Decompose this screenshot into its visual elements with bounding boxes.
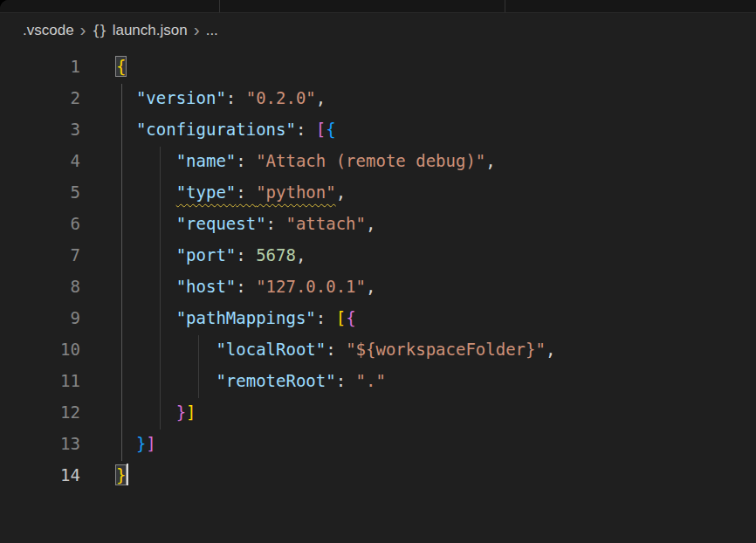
breadcrumb: .vscode › {} launch.json › ...: [0, 13, 756, 48]
code-token: [: [336, 308, 346, 327]
code-token: ,: [546, 340, 555, 359]
code-lines: { "version": "0.2.0", "configurations": …: [116, 51, 756, 491]
line-number[interactable]: 1: [0, 51, 80, 82]
code-token: "configurations": [136, 120, 296, 139]
line-number[interactable]: 10: [0, 333, 80, 365]
code-line[interactable]: "remoteRoot": ".": [116, 365, 756, 396]
code-token: :: [336, 371, 356, 390]
code-token: ]: [146, 434, 155, 453]
code-token: "version": [136, 88, 226, 107]
chevron-right-icon: ›: [194, 20, 200, 41]
indent-whitespace: [116, 182, 176, 202]
line-number[interactable]: 12: [0, 396, 80, 428]
code-token: }: [116, 465, 126, 485]
code-token: "type": [176, 182, 237, 202]
indent-whitespace: [116, 245, 176, 265]
code-token: ,: [336, 182, 346, 202]
code-token: "Attach (remote debug)": [256, 151, 485, 170]
line-number[interactable]: 2: [0, 82, 80, 113]
code-line[interactable]: }]: [116, 428, 756, 459]
code-token: "localRoot": [216, 340, 326, 359]
indent-whitespace: [116, 434, 136, 453]
indent-whitespace: [116, 402, 176, 422]
breadcrumb-folder[interactable]: .vscode: [23, 22, 74, 39]
code-token: ,: [296, 245, 306, 265]
code-line[interactable]: "version": "0.2.0",: [116, 82, 756, 113]
line-number[interactable]: 14: [0, 459, 80, 491]
code-token: ,: [485, 151, 495, 170]
code-token: "attach": [285, 214, 366, 233]
code-area[interactable]: { "version": "0.2.0", "configurations": …: [80, 51, 756, 543]
code-token: :: [236, 277, 256, 296]
code-token: [: [316, 120, 326, 139]
code-token: {: [326, 120, 335, 139]
text-cursor: [127, 464, 128, 485]
indent-whitespace: [116, 151, 176, 170]
indent-whitespace: [116, 308, 176, 327]
breadcrumb-more[interactable]: ...: [206, 22, 218, 39]
indent-whitespace: [116, 88, 136, 107]
code-token: "remoteRoot": [216, 371, 335, 390]
indent-whitespace: [116, 371, 216, 390]
code-line[interactable]: "type": "python",: [116, 176, 756, 208]
line-number[interactable]: 9: [0, 302, 80, 333]
code-token: :: [236, 245, 256, 265]
line-number[interactable]: 8: [0, 271, 80, 302]
code-token: "pathMappings": [176, 308, 316, 327]
gutter[interactable]: 1234567891011121314: [0, 51, 80, 543]
code-token: :: [236, 151, 256, 170]
code-token: ]: [186, 402, 196, 422]
code-token: :: [236, 182, 256, 202]
code-token: :: [326, 340, 346, 359]
code-token: ,: [366, 214, 375, 233]
line-number[interactable]: 5: [0, 176, 80, 208]
code-token: }: [136, 434, 146, 453]
code-token: "127.0.0.1": [256, 277, 366, 296]
code-token: :: [296, 120, 316, 139]
breadcrumb-file[interactable]: launch.json: [113, 22, 188, 39]
code-token: :: [316, 308, 336, 327]
code-token: "port": [176, 245, 237, 265]
code-line[interactable]: "host": "127.0.0.1",: [116, 271, 756, 302]
line-number[interactable]: 6: [0, 208, 80, 239]
code-token: "${workspaceFolder}": [346, 340, 546, 359]
tab-separator: [505, 0, 505, 12]
indent-whitespace: [116, 120, 136, 139]
code-token: ,: [366, 277, 375, 296]
code-token: ".": [356, 371, 386, 390]
line-number[interactable]: 3: [0, 113, 80, 145]
code-line[interactable]: }: [116, 459, 756, 491]
code-line[interactable]: "request": "attach",: [116, 208, 756, 239]
tab-separator: [219, 0, 220, 12]
code-line[interactable]: }]: [116, 396, 756, 428]
code-token: ,: [316, 88, 326, 107]
code-token: {: [346, 308, 355, 327]
code-token: "name": [176, 151, 237, 170]
code-line[interactable]: "pathMappings": [{: [116, 302, 756, 333]
line-number[interactable]: 7: [0, 239, 80, 271]
code-token: {: [116, 57, 126, 76]
indent-whitespace: [116, 277, 176, 296]
code-editor[interactable]: 1234567891011121314 { "version": "0.2.0"…: [0, 49, 756, 543]
vscode-editor-window: .vscode › {} launch.json › ... 123456789…: [0, 0, 756, 543]
chevron-right-icon: ›: [80, 20, 86, 41]
code-line[interactable]: "port": 5678,: [116, 239, 756, 271]
code-line[interactable]: {: [116, 51, 756, 82]
line-number[interactable]: 11: [0, 365, 80, 396]
code-token: "0.2.0": [246, 88, 316, 107]
code-token: 5678: [256, 245, 296, 265]
line-number[interactable]: 13: [0, 428, 80, 459]
code-token: "request": [176, 214, 266, 233]
code-token: :: [266, 214, 286, 233]
code-line[interactable]: "name": "Attach (remote debug)",: [116, 145, 756, 176]
code-token: "python": [256, 182, 336, 202]
indent-whitespace: [116, 214, 176, 233]
line-number[interactable]: 4: [0, 145, 80, 176]
code-line[interactable]: "localRoot": "${workspaceFolder}",: [116, 333, 756, 365]
editor-tab-bar: [0, 0, 756, 13]
code-token: }: [176, 402, 186, 422]
indent-whitespace: [116, 340, 216, 359]
code-token: "host": [176, 277, 237, 296]
code-token: :: [226, 88, 246, 107]
code-line[interactable]: "configurations": [{: [116, 113, 756, 145]
